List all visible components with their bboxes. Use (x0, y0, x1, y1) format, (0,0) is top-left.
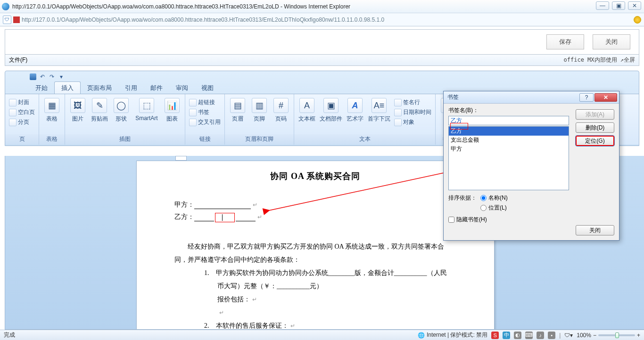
object-button[interactable]: 对象 (393, 118, 432, 127)
datetime-button[interactable]: 日期和时间 (393, 108, 432, 117)
bookmark-list-item[interactable]: 支出总金额 (449, 136, 569, 145)
wordart-button[interactable]: A艺术字 (345, 96, 365, 134)
cross-reference-label: 交叉引用 (198, 118, 221, 126)
zoom-dropdown-icon[interactable]: 🛡▾ (564, 332, 573, 339)
bookmark-name-input[interactable] (448, 116, 569, 125)
doc-blank-line: ↵ (174, 306, 456, 319)
window-minimize-button[interactable]: — (596, 1, 609, 10)
chart-label: 图表 (166, 115, 178, 123)
status-internet-zone[interactable]: 🌐 Internet | 保护模式: 禁用 (418, 331, 487, 339)
ribbon-group-illustrations: 🖼图片 ✎剪贴画 ◯形状 ⬚SmartArt 📊图表 插图 (65, 94, 185, 145)
ie-address-bar-row: 🛡 http://127.0.0.1/OAapp/WebObjects/OAap… (0, 13, 644, 26)
zoom-slider[interactable] (598, 334, 635, 336)
dropcap-label: 首字下沉 (368, 115, 390, 123)
zoom-in-button[interactable]: + (637, 332, 640, 339)
status-bar: 完成 🌐 Internet | 保护模式: 禁用 S 中 ◐ ⌨ ♪ • | 🛡… (0, 330, 644, 340)
tab-start[interactable]: 开始 (29, 82, 54, 94)
clipart-button[interactable]: ✎剪贴画 (90, 96, 109, 134)
bookmark-list-item[interactable]: 乙方 (449, 127, 569, 136)
security-shield-icon[interactable]: 🛡 (3, 16, 11, 24)
tray-icon[interactable]: ⌨ (525, 332, 533, 339)
doc-title: 协同 OA 系统购买合同 (174, 170, 456, 182)
shapes-button[interactable]: ◯形状 (111, 96, 131, 134)
compat-view-icon[interactable] (634, 16, 641, 24)
qat-redo-icon[interactable]: ↷ (48, 73, 56, 81)
bookmark-add-button[interactable]: 添加(A) (576, 109, 614, 120)
footer-button[interactable]: ▥页脚 (249, 96, 269, 134)
close-button[interactable]: 关闭 (593, 34, 630, 49)
tab-insert[interactable]: 插入 (54, 81, 81, 94)
bookmark-sort-name-radio[interactable]: 名称(N) (480, 194, 508, 202)
window-close-button[interactable]: ✕ (628, 1, 641, 10)
ie-title-text: http://127.0.0.1/OAapp/WebObjects/OAapp.… (12, 3, 350, 10)
picture-button[interactable]: 🖼图片 (68, 96, 88, 134)
bookmark-sort-location-radio[interactable]: 位置(L) (480, 204, 508, 212)
menubar: 文件(F) office MX内部使用 ↗全屏 (5, 55, 639, 66)
picture-label: 图片 (72, 115, 83, 123)
zoom-control[interactable]: 100% − + (577, 332, 640, 339)
signature-label: 签名行 (403, 98, 420, 106)
tab-references[interactable]: 引用 (118, 82, 144, 94)
cross-reference-icon (189, 119, 197, 126)
window-maximize-button[interactable]: ▣ (612, 1, 625, 10)
top-action-bar: 保存 关闭 (5, 29, 639, 55)
table-button[interactable]: ▦表格 (42, 96, 62, 134)
bookmark-delete-button[interactable]: 删除(D) (576, 122, 614, 133)
bookmark-button[interactable]: 书签 (188, 108, 222, 117)
tab-review[interactable]: 审阅 (169, 82, 195, 94)
doc-line-1: 1. 甲方购买软件为协同动力协同办公系统________版，金额合计______… (174, 267, 456, 280)
zoom-value: 100% (577, 332, 591, 339)
quick-parts-icon: ▣ (323, 98, 339, 113)
file-menu[interactable]: 文件(F) (9, 56, 27, 64)
chart-button[interactable]: 📊图表 (162, 96, 182, 134)
header-button[interactable]: ▤页眉 (228, 96, 248, 134)
ime-zh-icon[interactable]: 中 (503, 332, 510, 339)
page-break-button[interactable]: 分页 (8, 118, 36, 127)
dialog-close-x-button[interactable]: ✕ (594, 93, 617, 102)
tab-view[interactable]: 视图 (195, 82, 220, 94)
ribbon-group-header-footer: ▤页眉 ▥页脚 #页码 页眉和页脚 (225, 94, 294, 145)
qat-dropdown-icon[interactable]: ▾ (57, 73, 66, 81)
datetime-icon (394, 109, 402, 116)
bookmark-goto-button[interactable]: 定位(G) (576, 136, 614, 146)
dropcap-icon: A≡ (372, 98, 387, 113)
bookmark-list[interactable]: 乙方 支出总金额 甲方 (448, 126, 569, 190)
bookmark-dialog-title: 书签 (447, 93, 459, 101)
tab-mailings[interactable]: 邮件 (144, 82, 169, 94)
cover-page-icon (9, 99, 17, 106)
menubar-right-text[interactable]: office MX内部使用 ↗全屏 (564, 56, 635, 64)
bookmark-hidden-checkbox[interactable]: 隐藏书签(H) (448, 216, 614, 224)
ime-s-icon[interactable]: S (491, 332, 499, 339)
party-b-row: 乙方：↵ (174, 212, 456, 221)
textbox-button[interactable]: A文本框 (297, 96, 317, 134)
tray-icon[interactable]: ◐ (514, 332, 521, 339)
page-break-icon (9, 119, 17, 126)
signature-line-button[interactable]: 签名行 (393, 98, 432, 107)
hyperlink-button[interactable]: 超链接 (188, 98, 222, 107)
dialog-help-button[interactable]: ? (579, 93, 594, 102)
page-number-button[interactable]: #页码 (271, 96, 291, 134)
cross-reference-button[interactable]: 交叉引用 (188, 118, 222, 127)
qat-undo-icon[interactable]: ↶ (38, 73, 47, 81)
doc-line-1c: 报价包括：↵ (174, 293, 456, 306)
qat-save-icon[interactable] (29, 73, 37, 81)
quick-parts-button[interactable]: ▣文档部件 (319, 96, 343, 134)
tray-icon[interactable]: • (548, 332, 555, 339)
blank-page-button[interactable]: 空白页 (8, 108, 36, 117)
address-url[interactable]: http://127.0.0.1/OAapp/WebObjects/OAapp.… (22, 16, 634, 23)
cover-page-button[interactable]: 封面 (8, 98, 36, 107)
bookmark-list-item[interactable]: 甲方 (449, 145, 569, 154)
bookmark-sort-label: 排序依据： (448, 194, 477, 202)
bookmark-dialog-titlebar[interactable]: 书签 ? ✕ (444, 91, 619, 104)
party-a-row: 甲方：↵ (174, 201, 456, 209)
document-page[interactable]: 协同 OA 系统购买合同 甲方：↵ 乙方：↵ 经友好协商，甲乙双方就甲方购买乙方… (136, 161, 495, 330)
tray-icon[interactable]: ♪ (537, 332, 544, 339)
bookmark-close-button[interactable]: 关闭 (576, 225, 614, 235)
zoom-out-button[interactable]: − (593, 332, 596, 339)
smartart-button[interactable]: ⬚SmartArt (133, 96, 160, 134)
dropcap-button[interactable]: A≡首字下沉 (367, 96, 391, 134)
tab-page-layout[interactable]: 页面布局 (81, 82, 118, 94)
hyperlink-label: 超链接 (198, 98, 215, 106)
textbox-icon: A (299, 98, 314, 113)
save-button[interactable]: 保存 (546, 34, 584, 49)
